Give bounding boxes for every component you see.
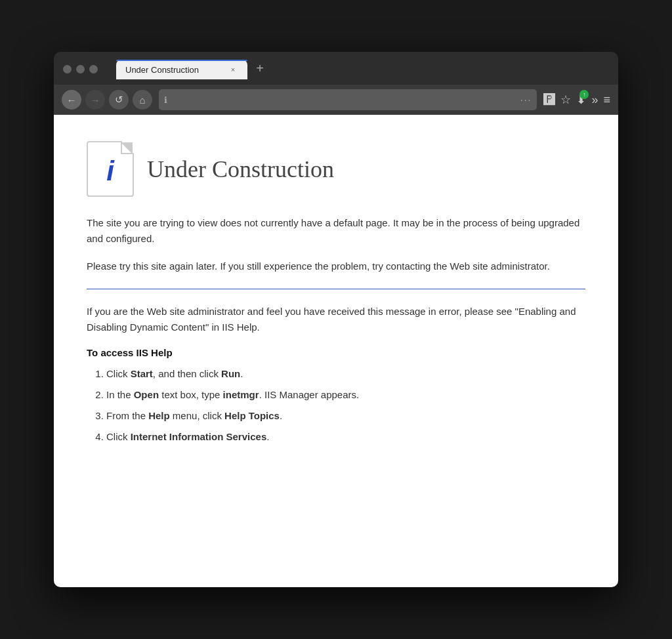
traffic-light-maximize[interactable] (89, 65, 98, 73)
download-icon-wrap[interactable]: ⬇ ↑ (576, 93, 586, 107)
paragraph-3: If you are the Web site administrator an… (87, 304, 585, 335)
step3-bold2: Help Topics (224, 410, 280, 421)
forward-button[interactable]: → (85, 90, 105, 110)
title-bar-top: Under Construction × + (63, 58, 609, 79)
steps-list: Click Start, and then click Run. In the … (106, 366, 585, 445)
address-more-icon[interactable]: ··· (520, 94, 532, 105)
tabs-row: Under Construction × + (116, 58, 609, 79)
reload-button[interactable]: ↺ (109, 90, 129, 110)
page-title: Under Construction (147, 155, 334, 183)
paragraph-2: Please try this site again later. If you… (87, 258, 585, 274)
step2-bold2: inetmgr (223, 389, 259, 400)
traffic-light-close[interactable] (63, 65, 72, 73)
new-tab-button[interactable]: + (250, 58, 270, 78)
download-badge: ↑ (579, 90, 589, 99)
page-header: i Under Construction (87, 141, 585, 197)
browser-window: Under Construction × + ← → ↺ ⌂ ℹ ··· 🅿 ☆… (54, 52, 618, 587)
home-button[interactable]: ⌂ (133, 90, 152, 110)
address-info-icon: ℹ (164, 95, 167, 105)
step3-bold1: Help (148, 410, 170, 421)
back-button[interactable]: ← (62, 90, 81, 110)
url-input[interactable] (171, 95, 516, 105)
tab-active-indicator (116, 60, 247, 61)
list-item: From the Help menu, click Help Topics. (106, 408, 585, 424)
section-divider (87, 289, 585, 289)
document-icon: i (87, 141, 134, 197)
more-pages-icon[interactable]: » (591, 93, 598, 107)
list-item: In the Open text box, type inetmgr. IIS … (106, 387, 585, 403)
pocket-icon[interactable]: 🅿 (543, 93, 555, 107)
title-bar: Under Construction × + (54, 52, 618, 85)
step4-bold1: Internet Information Services (131, 431, 267, 442)
list-item: Click Internet Information Services. (106, 429, 585, 445)
traffic-lights (63, 65, 98, 73)
step1-bold2: Run (221, 368, 240, 379)
tab-close-button[interactable]: × (228, 64, 238, 75)
tab-title: Under Construction (125, 65, 222, 75)
toolbar-icons: 🅿 ☆ ⬇ ↑ » ≡ (543, 93, 610, 107)
toolbar: ← → ↺ ⌂ ℹ ··· 🅿 ☆ ⬇ ↑ » ≡ (54, 85, 618, 115)
active-tab[interactable]: Under Construction × (116, 60, 247, 79)
step2-bold1: Open (134, 389, 159, 400)
address-bar[interactable]: ℹ ··· (159, 89, 537, 110)
list-item: Click Start, and then click Run. (106, 366, 585, 382)
doc-icon-letter: i (106, 155, 114, 187)
menu-icon[interactable]: ≡ (603, 93, 610, 107)
content-area: i Under Construction The site you are tr… (54, 115, 618, 587)
traffic-light-minimize[interactable] (76, 65, 85, 73)
bookmark-icon[interactable]: ☆ (560, 93, 571, 107)
access-label: To access IIS Help (87, 347, 585, 358)
step1-bold1: Start (131, 368, 153, 379)
paragraph-1: The site you are trying to view does not… (87, 215, 585, 247)
